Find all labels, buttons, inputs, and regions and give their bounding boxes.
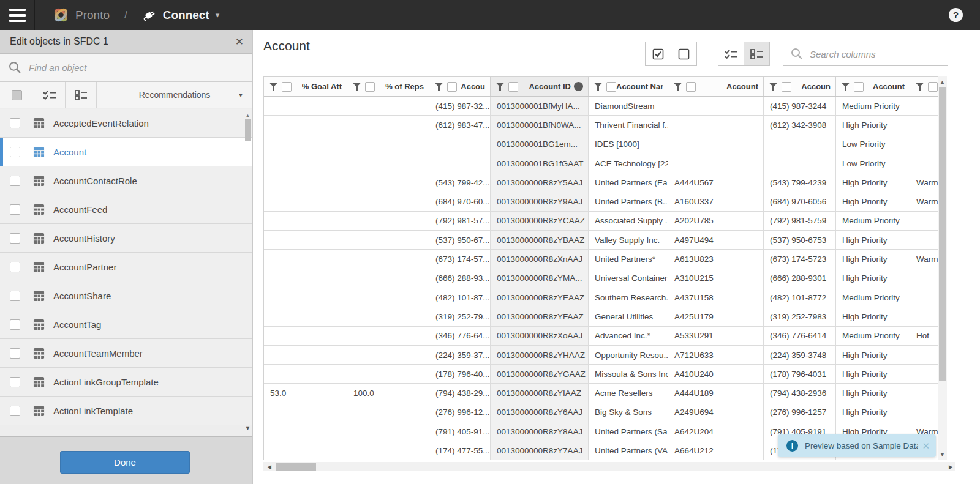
object-checkbox[interactable] xyxy=(10,147,20,157)
table-vertical-scrollbar[interactable]: ▲ ▼ xyxy=(938,76,947,460)
horizontal-scrollbar-thumb[interactable] xyxy=(276,463,316,471)
table-cell xyxy=(668,135,764,154)
sidebar-item-accountteammember[interactable]: AccountTeamMember xyxy=(0,339,252,368)
object-search-input[interactable] xyxy=(29,62,244,73)
table-cell xyxy=(910,403,938,422)
sidebar-item-actionlinkgrouptemplate[interactable]: ActionLinkGroupTemplate xyxy=(0,368,252,397)
column-checkbox[interactable] xyxy=(606,82,616,92)
table-cell: 0013000000R8zXoAAJ xyxy=(491,327,589,346)
object-checkbox[interactable] xyxy=(10,262,20,272)
scroll-down-icon[interactable]: ▼ xyxy=(940,452,945,458)
preview-panel: Account xyxy=(253,30,980,484)
sidebar-item-account[interactable]: Account xyxy=(0,138,252,166)
column-checkbox[interactable] xyxy=(282,82,292,92)
object-checkbox[interactable] xyxy=(10,348,20,359)
column-search-input[interactable] xyxy=(810,49,940,59)
column-checkbox[interactable] xyxy=(447,82,457,92)
column-header-3[interactable]: Accou xyxy=(429,77,491,96)
table-cell xyxy=(347,346,429,365)
checkbox-indeterminate-icon xyxy=(12,90,22,100)
column-header-5[interactable]: Account Nar xyxy=(589,77,668,96)
column-header-9[interactable]: Acc xyxy=(910,77,938,96)
table-horizontal-scrollbar[interactable]: ◀ ▶ xyxy=(263,462,956,471)
vertical-scrollbar-thumb[interactable] xyxy=(939,87,946,381)
scroll-left-icon[interactable]: ◀ xyxy=(267,464,271,470)
table-cell: DiamondStream xyxy=(589,97,668,116)
brand-name[interactable]: Pronto xyxy=(75,9,110,22)
sidebar-item-accountfeed[interactable]: AccountFeed xyxy=(0,195,252,224)
filter-funnel-icon[interactable] xyxy=(434,83,443,91)
column-checkbox[interactable] xyxy=(782,82,791,92)
column-header-8[interactable]: Account xyxy=(836,77,910,96)
object-checkbox[interactable] xyxy=(10,291,20,301)
table-cell: 0013000001BfN0WA... xyxy=(491,116,589,135)
column-view-group xyxy=(718,42,770,66)
hamburger-menu-icon[interactable] xyxy=(0,0,35,30)
table-header-row: % Goal Att% of RepsAccouAccount IDAccoun… xyxy=(264,77,938,97)
table-cell: (537) 950-6753 xyxy=(764,231,836,250)
table-cell: 0013000000R8zYBAAZ xyxy=(491,231,589,250)
sidebar-item-accountshare[interactable]: AccountShare xyxy=(0,281,252,310)
scroll-right-icon[interactable]: ▶ xyxy=(949,464,953,470)
table-cell xyxy=(264,231,347,250)
column-search-bar xyxy=(783,42,948,66)
column-checkbox[interactable] xyxy=(365,82,375,92)
column-header-1[interactable]: % Goal Att xyxy=(264,77,347,96)
connect-dropdown[interactable]: Connect ▾ xyxy=(142,9,220,22)
help-button[interactable]: ? xyxy=(949,8,963,22)
cardlist-view-button[interactable] xyxy=(66,82,97,108)
filter-funnel-icon[interactable] xyxy=(769,83,778,91)
scroll-down-icon[interactable]: ▼ xyxy=(245,425,251,431)
sidebar-item-accountcontactrole[interactable]: AccountContactRole xyxy=(0,166,252,195)
sidebar-item-accounthistory[interactable]: AccountHistory xyxy=(0,224,252,253)
column-checkbox[interactable] xyxy=(686,82,696,92)
table-cell: Warm xyxy=(910,173,938,192)
table-cell: A613U823 xyxy=(668,250,764,269)
filter-funnel-icon[interactable] xyxy=(496,83,505,91)
select-all-columns-button[interactable] xyxy=(645,42,671,66)
table-cell: General Utilities xyxy=(589,307,668,326)
selected-columns-view-button[interactable] xyxy=(718,42,744,66)
column-checkbox[interactable] xyxy=(928,82,938,92)
object-checkbox[interactable] xyxy=(10,377,20,387)
column-header-7[interactable]: Accoun xyxy=(764,77,836,96)
object-checkbox[interactable] xyxy=(10,118,20,128)
table-cell xyxy=(264,173,347,192)
filter-funnel-icon[interactable] xyxy=(673,83,682,91)
object-checkbox[interactable] xyxy=(10,176,20,186)
table-cell: 100.0 xyxy=(347,384,429,403)
deselect-all-columns-button[interactable] xyxy=(671,42,697,66)
scroll-up-icon[interactable]: ▲ xyxy=(245,113,251,119)
column-header-4[interactable]: Account ID xyxy=(491,77,589,96)
sidebar-item-accountpartner[interactable]: AccountPartner xyxy=(0,253,252,281)
column-header-2[interactable]: % of Reps xyxy=(347,77,429,96)
object-checkbox[interactable] xyxy=(10,233,20,244)
done-button[interactable]: Done xyxy=(60,451,190,474)
column-checkbox[interactable] xyxy=(508,82,518,92)
filter-funnel-icon[interactable] xyxy=(841,83,850,91)
table-cell: 0013000000R8zYEAAZ xyxy=(491,288,589,307)
select-all-checkbox[interactable] xyxy=(0,82,34,108)
table-cell: Missoula & Sons Inc. xyxy=(589,365,668,384)
recommendations-dropdown[interactable]: Recommendations ▾ xyxy=(97,82,252,108)
list-scrollbar-thumb[interactable] xyxy=(245,119,251,141)
top-navbar: Pronto / Connect ▾ ? xyxy=(0,0,980,30)
checklist-view-button[interactable] xyxy=(34,82,66,108)
object-checkbox[interactable] xyxy=(10,319,20,330)
filter-funnel-icon[interactable] xyxy=(594,83,603,91)
toast-close-icon[interactable]: ✕ xyxy=(922,441,930,452)
sidebar-item-acceptedeventrelation[interactable]: AcceptedEventRelation xyxy=(0,109,252,138)
column-checkbox[interactable] xyxy=(854,82,864,92)
filter-funnel-icon[interactable] xyxy=(269,83,278,91)
all-columns-view-button[interactable] xyxy=(744,42,770,66)
column-header-6[interactable]: Account xyxy=(668,77,764,96)
close-icon[interactable]: ✕ xyxy=(235,35,244,48)
sidebar-item-accounttag[interactable]: AccountTag xyxy=(0,310,252,339)
table-cell: (276) 996-12... xyxy=(429,403,491,422)
scroll-up-icon[interactable]: ▲ xyxy=(940,79,945,85)
filter-funnel-icon[interactable] xyxy=(352,83,361,91)
sidebar-item-actionlinktemplate[interactable]: ActionLinkTemplate xyxy=(0,397,252,425)
filter-funnel-icon[interactable] xyxy=(915,83,924,91)
object-checkbox[interactable] xyxy=(10,406,20,416)
object-checkbox[interactable] xyxy=(10,204,20,215)
